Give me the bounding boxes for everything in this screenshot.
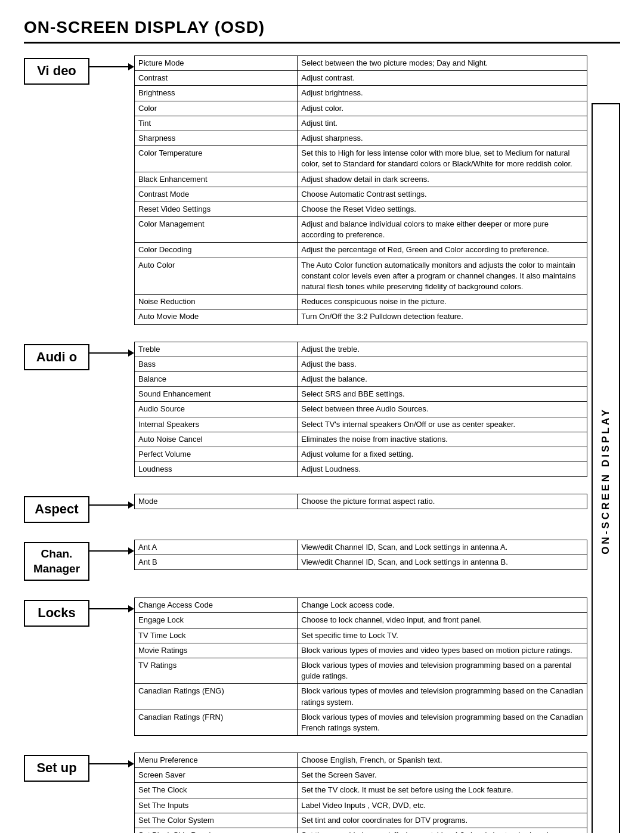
table-cell-desc: Change Lock access code. [298,598,587,613]
table-row: Color DecodingAdjust the percentage of R… [135,243,587,258]
table-cell-desc: Adjust the percentage of Red, Green and … [298,243,587,258]
table-cell-item: Loudness [135,462,298,477]
section-label-chan-manager: Chan. Manager [24,542,89,581]
table-row: BrightnessAdjust brightness. [135,86,587,101]
table-cell-item: Audio Source [135,402,298,417]
table-cell-desc: View/edit Channel ID, Scan, and Lock set… [298,540,587,555]
section-locks: LocksChange Access CodeChange Lock acces… [24,597,587,736]
section-label-locks: Locks [24,600,89,627]
section-audio: Audi oTrebleAdjust the treble.BassAdjust… [24,342,587,478]
table-cell-desc: Adjust color. [298,101,587,116]
table-cell-desc: Reduces conspicuous noise in the picture… [298,295,587,309]
table-cell-desc: Adjust sharpness. [298,131,587,145]
section-label-aspect: Aspect [24,496,89,523]
table-cell-item: Color Management [135,217,298,243]
table-cell-item: Bass [135,357,298,371]
table-cell-desc: Adjust volume for a fixed setting. [298,447,587,462]
table-cell-desc: The Auto Color function automatically mo… [298,258,587,295]
table-cell-desc: Choose the picture format aspect ratio. [298,494,587,509]
section-video: Vi deoPicture ModeSelect between the two… [24,55,587,325]
table-cell-desc: Set the Screen Saver. [298,768,587,783]
table-cell-desc: Select between the two picture modes; Da… [298,56,587,71]
table-cell-item: Canadian Ratings (FRN) [135,710,298,735]
table-cell-desc: Adjust and balance individual colors to … [298,217,587,243]
table-cell-item: Noise Reduction [135,295,298,309]
table-row: Change Access CodeChange Lock access cod… [135,598,587,613]
table-row: ColorAdjust color. [135,101,587,116]
table-audio: TrebleAdjust the treble.BassAdjust the b… [134,342,587,478]
table-cell-item: Sound Enhancement [135,387,298,402]
table-cell-desc: Choose the Reset Video settings. [298,202,587,216]
table-row: Color TemperatureSet this to High for le… [135,146,587,172]
table-row: Sound EnhancementSelect SRS and BBE sett… [135,387,587,402]
table-cell-item: Ant A [135,540,298,555]
table-cell-item: Auto Color [135,258,298,295]
table-cell-desc: Block various types of movies and televi… [298,658,587,683]
side-label: ON-SCREEN DISPLAY [592,103,620,833]
table-row: TintAdjust tint. [135,116,587,131]
table-cell-item: Perfect Volume [135,447,298,462]
table-row: Ant BView/edit Channel ID, Scan, and Loc… [135,555,587,570]
table-cell-item: Canadian Ratings (ENG) [135,684,298,710]
section-label-setup: Set up [24,755,89,782]
table-cell-desc: Select SRS and BBE settings. [298,387,587,402]
table-cell-desc: Choose to lock channel, video input, and… [298,613,587,628]
table-row: Set The Color SystemSet tint and color c… [135,813,587,828]
table-cell-item: Tint [135,116,298,131]
table-row: BassAdjust the bass. [135,357,587,371]
table-cell-item: Brightness [135,86,298,101]
section-chan-manager: Chan. ManagerAnt AView/edit Channel ID, … [24,540,587,581]
table-cell-item: Treble [135,342,298,357]
table-cell-item: Black Enhancement [135,172,298,187]
table-row: SharpnessAdjust sharpness. [135,131,587,145]
table-cell-item: Color [135,101,298,116]
table-row: Canadian Ratings (FRN)Block various type… [135,710,587,735]
table-cell-item: Ant B [135,555,298,570]
table-cell-item: Auto Noise Cancel [135,432,298,447]
table-cell-desc: Select TV's internal speakers On/Off or … [298,417,587,432]
table-cell-desc: View/edit Channel ID, Scan, and Lock set… [298,555,587,570]
table-row: Black EnhancementAdjust shadow detail in… [135,172,587,187]
table-locks: Change Access CodeChange Lock access cod… [134,597,587,736]
table-video: Picture ModeSelect between the two pictu… [134,55,587,325]
table-row: LoudnessAdjust Loudness. [135,462,587,477]
table-cell-item: Contrast Mode [135,187,298,202]
table-row: BalanceAdjust the balance. [135,371,587,386]
table-row: Canadian Ratings (ENG)Block various type… [135,684,587,710]
table-cell-item: Contrast [135,71,298,86]
table-cell-item: Auto Movie Mode [135,309,298,324]
table-cell-desc: Adjust tint. [298,116,587,131]
table-row: Movie RatingsBlock various types of movi… [135,643,587,658]
table-cell-desc: Adjust contrast. [298,71,587,86]
table-cell-desc: Turn On/Off the 3:2 Pulldown detection f… [298,309,587,324]
table-row: Auto Noise CancelEliminates the noise fr… [135,432,587,447]
section-label-audio: Audi o [24,344,89,371]
table-cell-desc: Select between three Audio Sources. [298,402,587,417]
table-row: Contrast ModeChoose Automatic Contrast s… [135,187,587,202]
table-cell-item: Engage Lock [135,613,298,628]
table-row: Color ManagementAdjust and balance indiv… [135,217,587,243]
table-row: Set The InputsLabel Video Inputs , VCR, … [135,798,587,813]
section-label-video: Vi deo [24,58,89,85]
table-row: TV RatingsBlock various types of movies … [135,658,587,683]
table-cell-desc: Set specific time to Lock TV. [298,628,587,643]
table-cell-desc: Label Video Inputs , VCR, DVD, etc. [298,798,587,813]
table-chan-manager: Ant AView/edit Channel ID, Scan, and Loc… [134,540,587,570]
table-cell-item: Movie Ratings [135,643,298,658]
table-cell-desc: Eliminates the noise from inactive stati… [298,432,587,447]
table-cell-desc: Block various types of movies and televi… [298,710,587,735]
table-row: Perfect VolumeAdjust volume for a fixed … [135,447,587,462]
table-cell-item: Screen Saver [135,768,298,783]
table-cell-item: TV Ratings [135,658,298,683]
table-setup: Menu PreferenceChoose English, French, o… [134,753,587,833]
table-cell-desc: Set tint and color coordinates for DTV p… [298,813,587,828]
table-row: Internal SpeakersSelect TV's internal sp… [135,417,587,432]
table-cell-item: Set The Inputs [135,798,298,813]
table-cell-desc: Set the TV clock. It must be set before … [298,783,587,798]
table-row: Ant AView/edit Channel ID, Scan, and Loc… [135,540,587,555]
table-cell-item: Set The Clock [135,783,298,798]
table-cell-desc: Adjust brightness. [298,86,587,101]
table-cell-desc: Set this to High for less intense color … [298,146,587,172]
table-cell-item: Sharpness [135,131,298,145]
table-cell-desc: Choose Automatic Contrast settings. [298,187,587,202]
